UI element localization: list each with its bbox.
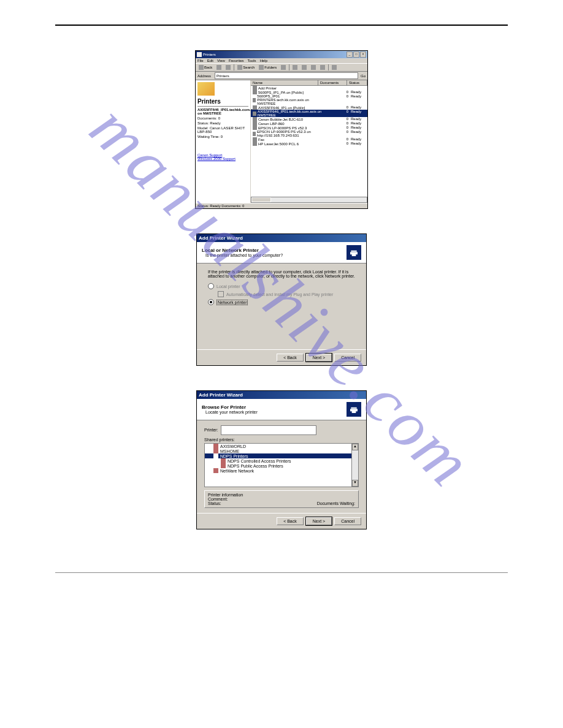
- copyto-button[interactable]: [301, 65, 308, 70]
- wizard-titlebar[interactable]: Add Printer Wizard: [197, 391, 366, 399]
- wizard-titlebar[interactable]: Add Printer Wizard: [197, 234, 366, 242]
- wizard-browse-printer: Add Printer Wizard Browse For Printer Lo…: [196, 390, 367, 529]
- printer-status: Ready: [351, 130, 366, 137]
- back-icon: [199, 65, 204, 70]
- printer-status: Ready: [351, 94, 366, 105]
- printer-input[interactable]: [221, 425, 316, 435]
- printer-icon: [253, 121, 257, 126]
- printer-icon: [347, 245, 361, 260]
- address-label: Address: [197, 74, 211, 78]
- back-button[interactable]: Back: [197, 65, 213, 70]
- printer-status: [351, 86, 366, 90]
- titlebar[interactable]: Printers _ □ ×: [196, 51, 367, 58]
- printer-row[interactable]: AXIS5FF646_IP1 on [Public]0Ready: [251, 105, 367, 110]
- col-name[interactable]: Name: [251, 80, 318, 85]
- printer-row[interactable]: Add Printer: [251, 86, 367, 90]
- printer-name: AXIS5FF646_IP01.tech.kk.com.axis on NWST…: [258, 110, 327, 117]
- forward-button[interactable]: [215, 65, 223, 70]
- printer-row[interactable]: 5600PS_IP01 PRINTERS.tech.kk.com.axis on…: [251, 94, 367, 105]
- printers-large-icon: [197, 82, 215, 96]
- tree-item[interactable]: NetWare Network: [205, 468, 358, 473]
- printer-name: 5600PS_IP01 PRINTERS.tech.kk.com.axis on…: [257, 94, 327, 105]
- printer-name: Fax: [258, 138, 264, 142]
- tree-item[interactable]: NDPS Controlled Access Printers: [205, 458, 358, 463]
- tree-scrollbar[interactable]: ▲▼: [351, 444, 358, 487]
- views-icon: [332, 65, 337, 70]
- minimize-button[interactable]: _: [347, 51, 353, 58]
- printer-status: Ready: [351, 137, 366, 142]
- printer-status: Ready: [351, 117, 366, 121]
- menu-edit[interactable]: Edit: [207, 59, 213, 63]
- wizard-subheading: Locate your network printer: [205, 410, 347, 414]
- tree-item[interactable]: NDPS Public Access Printers: [205, 463, 358, 468]
- radio-local-printer[interactable]: Local printer: [208, 283, 355, 289]
- search-button[interactable]: Search: [236, 65, 256, 70]
- address-bar: Address Go: [196, 72, 367, 80]
- wizard-local-network: Add Printer Wizard Local or Network Prin…: [196, 233, 367, 366]
- up-button[interactable]: [224, 65, 232, 70]
- moveto-icon: [293, 65, 297, 70]
- moveto-button[interactable]: [291, 65, 299, 70]
- tree-item[interactable]: AXISWORLD: [205, 444, 358, 449]
- next-button[interactable]: Next >: [306, 354, 332, 362]
- col-status[interactable]: Status: [347, 80, 367, 85]
- waiting-value: 0: [221, 135, 223, 138]
- cancel-button[interactable]: Cancel: [334, 354, 361, 362]
- history-button[interactable]: [280, 65, 287, 70]
- horizontal-scrollbar[interactable]: [251, 197, 367, 203]
- close-button[interactable]: ×: [360, 51, 366, 58]
- network-node-icon: [221, 458, 226, 463]
- status-label: Status:: [197, 121, 209, 125]
- printer-icon: [253, 117, 257, 121]
- comment-label: Comment:: [208, 497, 242, 501]
- printer-name: AXIS5FF646_IP1 on [Public]: [258, 106, 305, 110]
- printer-doc-count: 0: [327, 117, 351, 121]
- printer-icon: [253, 142, 257, 146]
- wizard-heading: Local or Network Printer: [202, 248, 347, 253]
- printer-row[interactable]: Canon LBP-8600Ready: [251, 121, 367, 126]
- printer-row[interactable]: EPSON LP-9000PS PS v52.3 on http://192.1…: [251, 130, 367, 137]
- go-button[interactable]: Go: [360, 74, 366, 78]
- printer-row[interactable]: Canon Bubble-Jet BJC-6100Ready: [251, 117, 367, 121]
- menu-help[interactable]: Help: [260, 59, 267, 63]
- printer-name: Canon LBP-860: [258, 122, 285, 126]
- back-button[interactable]: < Back: [277, 354, 304, 362]
- window-buttons: _ □ ×: [347, 51, 366, 58]
- printer-icon: [253, 126, 257, 130]
- tree-item-label: MSHOME: [220, 449, 240, 453]
- shared-printers-tree[interactable]: AXISWORLDMSHOMENDPS PrintersNDPS Control…: [204, 443, 359, 487]
- tree-item[interactable]: MSHOME: [205, 449, 358, 453]
- printer-info-box: Printer information Comment: Status: Doc…: [204, 490, 359, 508]
- views-button[interactable]: [331, 65, 338, 70]
- printer-row[interactable]: HP LaserJet 5000 PCL 60Ready: [251, 142, 367, 146]
- cancel-button[interactable]: Cancel: [334, 517, 361, 525]
- undo-button[interactable]: [319, 65, 326, 70]
- next-button[interactable]: Next >: [306, 517, 332, 525]
- col-documents[interactable]: Documents: [318, 80, 347, 85]
- printer-row[interactable]: AXIS5FF646_IP01.tech.kk.com.axis on NWST…: [251, 110, 367, 117]
- printer-row[interactable]: 5600PS_IP1_PA on [Public]0Ready: [251, 90, 367, 94]
- network-node-icon: [213, 444, 218, 449]
- network-node-icon: [221, 463, 226, 468]
- link-windows-support[interactable]: Windows 2000 Support: [197, 157, 248, 161]
- network-node-icon: [213, 453, 218, 458]
- printer-name: EPSON LP-9000PS PS v52.3: [258, 126, 307, 130]
- folders-button[interactable]: Folders: [258, 65, 278, 70]
- up-icon: [226, 65, 231, 70]
- radio-network-printer[interactable]: Network printer: [208, 299, 355, 305]
- menu-view[interactable]: View: [217, 59, 225, 63]
- printer-row[interactable]: Fax0Ready: [251, 137, 367, 142]
- maximize-button[interactable]: □: [353, 51, 359, 58]
- back-button[interactable]: < Back: [277, 517, 304, 525]
- forward-icon: [216, 65, 221, 70]
- checkbox-auto-detect: Automatically detect and install my Plug…: [218, 291, 355, 297]
- copyto-icon: [302, 65, 307, 70]
- address-input[interactable]: [215, 72, 358, 79]
- delete-button[interactable]: [310, 65, 317, 70]
- menu-favorites[interactable]: Favorites: [229, 59, 244, 63]
- menu-tools[interactable]: Tools: [248, 59, 256, 63]
- menu-file[interactable]: File: [197, 59, 204, 63]
- tree-item[interactable]: NDPS Printers: [205, 453, 358, 458]
- printer-row[interactable]: EPSON LP-9000PS PS v52.30Ready: [251, 126, 367, 130]
- printer-name: 5600PS_IP1_PA on [Public]: [258, 91, 304, 94]
